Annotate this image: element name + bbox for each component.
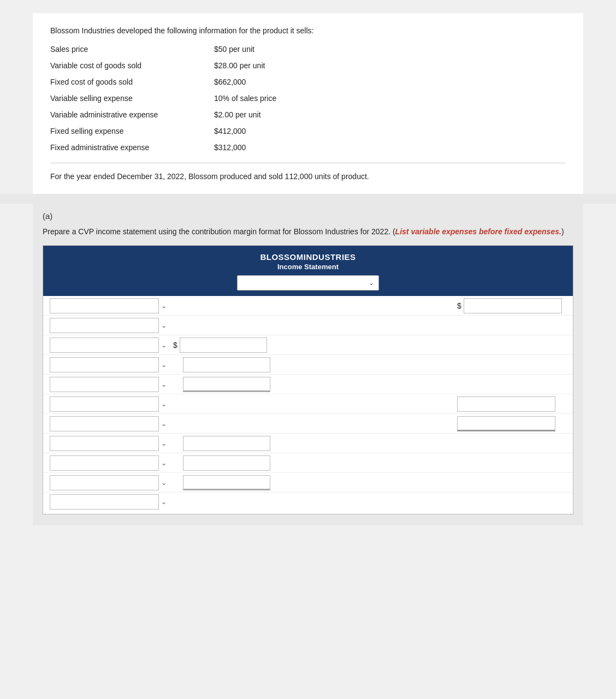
row2-chevron-icon[interactable]: ⌄: [161, 322, 167, 329]
label-sales-price: Sales price: [50, 45, 214, 54]
value-var-admin: $2.00 per unit: [214, 110, 261, 119]
row7-value-input[interactable]: [457, 416, 555, 431]
table-row: ⌄: [43, 493, 573, 514]
row11-chevron-icon[interactable]: ⌄: [161, 498, 167, 506]
row7-chevron-icon[interactable]: ⌄: [161, 420, 167, 428]
value-fixed-admin: $312,000: [214, 143, 246, 152]
table-row: ⌄: [43, 434, 573, 453]
list-item: Fixed cost of goods sold $662,000: [50, 78, 566, 86]
list-item: Variable selling expense 10% of sales pr…: [50, 94, 566, 103]
row1-chevron-icon[interactable]: ⌄: [161, 302, 167, 310]
company-name: BLOSSOMINDUSTRIES: [48, 252, 568, 262]
table-row: ⌄: [43, 375, 573, 394]
period-dropdown[interactable]: ⌄: [237, 275, 379, 291]
label-fixed-cogs: Fixed cost of goods sold: [50, 78, 214, 86]
footer-text: For the year ended December 31, 2022, Bl…: [50, 163, 566, 181]
value-fixed-selling: $412,000: [214, 127, 246, 135]
instructions: Prepare a CVP income statement using the…: [43, 226, 573, 238]
row10-chevron-icon[interactable]: ⌄: [161, 479, 167, 487]
label-var-selling: Variable selling expense: [50, 94, 214, 103]
list-item: Sales price $50 per unit: [50, 45, 566, 54]
value-var-cogs: $28.00 per unit: [214, 61, 265, 70]
intro-text: Blossom Industries developed the followi…: [50, 26, 566, 35]
table-row: ⌄: [43, 394, 573, 414]
section-a: (a) Prepare a CVP income statement using…: [33, 204, 583, 525]
row4-chevron-icon[interactable]: ⌄: [161, 361, 167, 369]
row4-mid-input[interactable]: [183, 357, 270, 372]
label-fixed-admin: Fixed administrative expense: [50, 143, 214, 152]
row8-label-input[interactable]: [50, 436, 159, 451]
row1-value-input[interactable]: [464, 298, 562, 313]
row5-mid-input[interactable]: [183, 377, 270, 392]
statement-title: Income Statement: [48, 263, 568, 271]
row4-label-input[interactable]: [50, 357, 159, 372]
row1-label-input[interactable]: [50, 298, 159, 313]
table-row: ⌄: [43, 414, 573, 434]
list-item: Variable cost of goods sold $28.00 per u…: [50, 61, 566, 70]
row5-chevron-icon[interactable]: ⌄: [161, 381, 167, 388]
table-row: ⌄: [43, 453, 573, 473]
product-info-table: Sales price $50 per unit Variable cost o…: [50, 45, 566, 152]
instructions-bold: List variable expenses before fixed expe…: [395, 227, 561, 236]
row7-label-input[interactable]: [50, 416, 159, 431]
table-row: ⌄ $: [43, 335, 573, 355]
list-item: Variable administrative expense $2.00 pe…: [50, 110, 566, 119]
row6-label-input[interactable]: [50, 396, 159, 412]
value-fixed-cogs: $662,000: [214, 78, 246, 86]
value-var-selling: 10% of sales price: [214, 94, 276, 103]
value-sales-price: $50 per unit: [214, 45, 254, 54]
income-statement: BLOSSOMINDUSTRIES Income Statement ⌄ ⌄ $: [43, 245, 573, 514]
row10-label-input[interactable]: [50, 475, 159, 490]
row6-chevron-icon[interactable]: ⌄: [161, 400, 167, 408]
row6-value-input[interactable]: [457, 396, 555, 412]
is-header: BLOSSOMINDUSTRIES Income Statement ⌄: [43, 246, 573, 296]
row3-dollar-sign: $: [173, 341, 177, 350]
list-item: Fixed administrative expense $312,000: [50, 143, 566, 152]
label-var-admin: Variable administrative expense: [50, 110, 214, 119]
row3-label-input[interactable]: [50, 337, 159, 353]
label-var-cogs: Variable cost of goods sold: [50, 61, 214, 70]
table-row: ⌄ $: [43, 296, 573, 316]
chevron-down-icon: ⌄: [369, 279, 374, 287]
list-item: Fixed selling expense $412,000: [50, 127, 566, 135]
row9-chevron-icon[interactable]: ⌄: [161, 459, 167, 467]
row2-label-input[interactable]: [50, 318, 159, 333]
table-row: ⌄: [43, 316, 573, 335]
table-row: ⌄: [43, 473, 573, 493]
label-fixed-selling: Fixed selling expense: [50, 127, 214, 135]
info-card: Blossom Industries developed the followi…: [33, 13, 583, 194]
row8-chevron-icon[interactable]: ⌄: [161, 440, 167, 447]
row3-mid-input[interactable]: [180, 337, 267, 353]
row11-label-input[interactable]: [50, 494, 159, 510]
section-a-label: (a): [43, 211, 573, 221]
row5-label-input[interactable]: [50, 377, 159, 392]
row1-dollar-sign: $: [457, 301, 461, 310]
row9-label-input[interactable]: [50, 455, 159, 471]
row10-mid-input[interactable]: [183, 475, 270, 490]
table-row: ⌄: [43, 355, 573, 375]
row8-mid-input[interactable]: [183, 436, 270, 451]
row9-mid-input[interactable]: [183, 455, 270, 471]
row3-chevron-icon[interactable]: ⌄: [161, 341, 167, 349]
page: Blossom Industries developed the followi…: [0, 0, 616, 699]
